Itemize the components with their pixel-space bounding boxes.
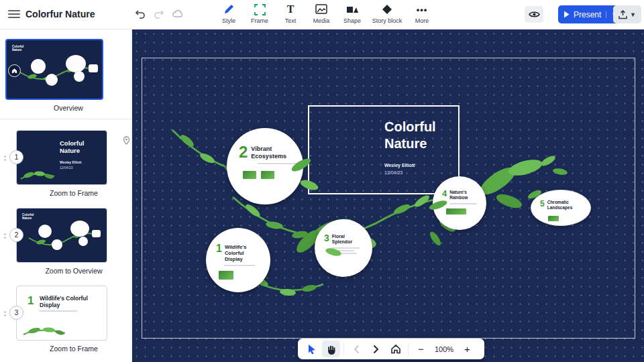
chevron-left-icon [354, 345, 360, 354]
slide-item-2[interactable]: 2 Colorful Nature Zoom to Overview [0, 208, 131, 275]
slides-sidebar: Colorful Nature Overview 1 Colorful Natu… [0, 29, 132, 362]
prev-step-button[interactable] [347, 341, 366, 357]
slide-item-3[interactable]: 3 1 Wildlife's Colorful Display Zoom to … [0, 286, 131, 353]
present-label: Present [574, 10, 601, 19]
pin-icon [123, 135, 130, 147]
hand-icon [327, 344, 336, 355]
canvas-controls-bar: − 100% + [298, 339, 484, 359]
slide-1-thumbnail[interactable]: Colorful Nature Wesley Elliott 12/04/23 [16, 130, 107, 185]
canvas-title[interactable]: Colorful Nature [384, 119, 454, 152]
play-icon [564, 11, 570, 18]
drag-handle-icon[interactable] [4, 233, 6, 240]
next-step-button[interactable] [367, 341, 385, 357]
cloud-sync-icon [172, 8, 185, 21]
slide-2-thumbnail[interactable]: Colorful Nature [16, 208, 107, 263]
story-block-icon [368, 3, 407, 15]
document-title[interactable]: Colorfur Nature [25, 9, 95, 19]
tool-story-block[interactable]: Story block [368, 0, 407, 24]
title-frame[interactable]: Colorful Nature Wesley Elliott 12/04/23 [308, 105, 460, 194]
slide-3-leaves [21, 321, 68, 339]
topic-wildlifes-colorful-display[interactable]: 1 Wildlife's Colorful Display [206, 228, 270, 292]
slide-item-1[interactable]: 1 Colorful Nature Wesley Elliott 12/04/2… [0, 130, 131, 197]
export-caret-icon: ▼ [630, 11, 636, 18]
slide-1-leaves [18, 160, 58, 183]
home-icon [390, 344, 401, 354]
pan-tool-button[interactable] [322, 341, 340, 357]
canvas-author[interactable]: Wesley Elliott [384, 163, 415, 168]
zoom-level[interactable]: 100% [431, 345, 457, 353]
slide-number-badge: 1 [9, 150, 23, 164]
export-icon [619, 10, 627, 19]
slide-2-action: Zoom to Overview [16, 267, 131, 275]
slide-1-action: Zoom to Frame [16, 189, 131, 197]
topic-chromatic-landscapes[interactable]: 5 Chromatic Landscapes [531, 190, 591, 226]
tool-more[interactable]: ••• More [407, 0, 437, 24]
presentation-canvas[interactable]: Colorful Nature Wesley Elliott 12/04/23 … [132, 29, 644, 362]
tool-media[interactable]: Media [306, 0, 337, 24]
undo-icon[interactable] [134, 8, 148, 21]
canvas-date[interactable]: 12/04/23 [384, 170, 402, 175]
drag-handle-icon[interactable] [4, 156, 6, 162]
more-icon: ••• [407, 3, 437, 15]
tool-style[interactable]: Style [213, 0, 244, 24]
topic-natures-rainbow[interactable]: 4 Nature's Rainbow [433, 176, 486, 230]
sidebar-divider [0, 119, 131, 119]
overview-thumbnail[interactable]: Colorful Nature [5, 39, 103, 100]
redo-icon[interactable] [153, 8, 166, 21]
home-badge-icon [8, 64, 21, 77]
overview-label: Overview [5, 104, 131, 112]
topic-vibrant-ecosystems[interactable]: 2 Vibrant Ecosystems [227, 128, 303, 204]
media-icon [306, 3, 337, 15]
text-icon: T [275, 3, 306, 15]
home-view-button[interactable] [386, 341, 405, 357]
slide-3-thumbnail[interactable]: 1 Wildlife's Colorful Display [16, 286, 107, 341]
zoom-out-button[interactable]: − [412, 341, 430, 357]
slide-number-badge: 2 [9, 228, 23, 242]
drag-handle-icon[interactable] [4, 311, 6, 318]
topic-floral-splendor[interactable]: 3 Floral Splendor [315, 219, 372, 277]
slide-number-badge: 3 [9, 306, 23, 320]
cursor-icon [307, 344, 317, 355]
overview-slide[interactable]: Colorful Nature Overview [0, 29, 131, 112]
zoom-in-button[interactable]: + [458, 341, 476, 357]
export-button[interactable]: ▼ [613, 5, 641, 23]
tool-frame[interactable]: Frame [244, 0, 275, 24]
eye-icon [529, 10, 540, 19]
shape-icon [337, 3, 368, 15]
chevron-right-icon [373, 345, 379, 354]
select-tool-button[interactable] [303, 341, 321, 357]
frame-icon [244, 3, 275, 15]
menu-icon[interactable] [8, 10, 20, 19]
style-pen-icon [213, 3, 244, 15]
editor-toolbar: Style Frame T Text Media Shape [213, 0, 437, 29]
tool-shape[interactable]: Shape [337, 0, 368, 24]
slide-3-action: Zoom to Frame [16, 345, 131, 353]
tool-text[interactable]: T Text [275, 0, 306, 24]
preview-button[interactable] [525, 6, 543, 23]
top-header: Colorfur Nature Style Frame T Text [0, 0, 644, 29]
